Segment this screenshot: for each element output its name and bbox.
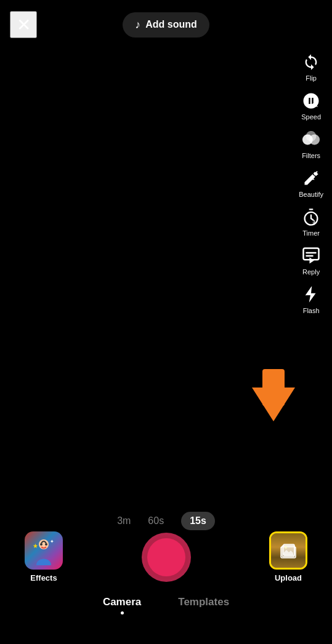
duration-15s[interactable]: 15s xyxy=(181,512,215,530)
upload-label: Upload xyxy=(275,573,302,582)
duration-bar: 3m 60s 15s xyxy=(0,512,332,530)
speed-label: Speed xyxy=(301,113,321,121)
svg-point-21 xyxy=(285,546,287,549)
top-bar: ✕ ♪ Add sound xyxy=(0,0,332,49)
effects-icon-inner: ★ ✦ xyxy=(25,531,63,570)
svg-text:1x: 1x xyxy=(312,102,318,108)
svg-text:★: ★ xyxy=(33,543,38,549)
reply-tool[interactable]: Reply xyxy=(297,243,325,278)
duration-60s[interactable]: 60s xyxy=(148,515,164,527)
svg-text:3: 3 xyxy=(312,219,315,225)
flash-label: Flash xyxy=(303,307,320,314)
flip-icon xyxy=(301,52,322,73)
arrow-annotation xyxy=(252,388,295,421)
bottom-action-bar: ★ ✦ Effects Upload xyxy=(0,531,332,582)
filters-tool[interactable]: Filters xyxy=(297,127,325,162)
add-sound-label: Add sound xyxy=(145,19,197,30)
templates-label: Templates xyxy=(178,596,229,608)
duration-3m[interactable]: 3m xyxy=(117,515,131,527)
upload-icon-inner xyxy=(278,541,298,560)
timer-label: Timer xyxy=(302,229,320,237)
svg-text:✦: ✦ xyxy=(50,539,54,544)
close-button[interactable]: ✕ xyxy=(10,11,37,38)
record-inner xyxy=(147,538,185,576)
filters-icon xyxy=(301,129,322,150)
flash-icon xyxy=(301,284,322,305)
arrow-down-icon xyxy=(252,388,295,421)
svg-point-3 xyxy=(306,131,317,141)
svg-point-15 xyxy=(45,543,47,546)
camera-label: Camera xyxy=(103,596,141,608)
reply-icon xyxy=(301,245,322,266)
reply-label: Reply xyxy=(302,268,320,276)
timer-tool[interactable]: 3 Timer xyxy=(297,204,325,239)
flash-tool[interactable]: Flash xyxy=(297,282,325,317)
music-note-icon: ♪ xyxy=(135,18,140,31)
right-toolbar: Flip 1x Speed Filters xyxy=(295,49,327,317)
active-nav-dot xyxy=(121,611,124,614)
nav-camera[interactable]: Camera xyxy=(103,596,141,614)
upload-button[interactable]: Upload xyxy=(269,531,307,582)
flip-label: Flip xyxy=(306,74,317,82)
effects-button[interactable]: ★ ✦ Effects xyxy=(25,531,63,582)
record-button[interactable] xyxy=(142,533,191,582)
timer-icon: 3 xyxy=(301,207,322,228)
add-sound-button[interactable]: ♪ Add sound xyxy=(123,12,209,38)
svg-rect-11 xyxy=(304,248,319,260)
speed-icon: 1x xyxy=(301,90,322,111)
bottom-nav: Camera Templates xyxy=(0,596,332,614)
speed-tool[interactable]: 1x Speed xyxy=(297,88,325,123)
beautify-label: Beautify xyxy=(299,191,323,198)
filters-label: Filters xyxy=(302,152,320,159)
nav-templates[interactable]: Templates xyxy=(178,596,229,614)
upload-icon xyxy=(269,531,307,570)
svg-point-14 xyxy=(40,543,43,546)
effects-label: Effects xyxy=(30,573,57,582)
svg-point-7 xyxy=(317,173,318,175)
svg-point-6 xyxy=(316,171,317,172)
effects-icon: ★ ✦ xyxy=(25,531,63,570)
flip-tool[interactable]: Flip xyxy=(297,49,325,84)
svg-rect-8 xyxy=(309,209,314,210)
beautify-icon xyxy=(301,168,322,189)
beautify-tool[interactable]: Beautify xyxy=(295,165,327,201)
